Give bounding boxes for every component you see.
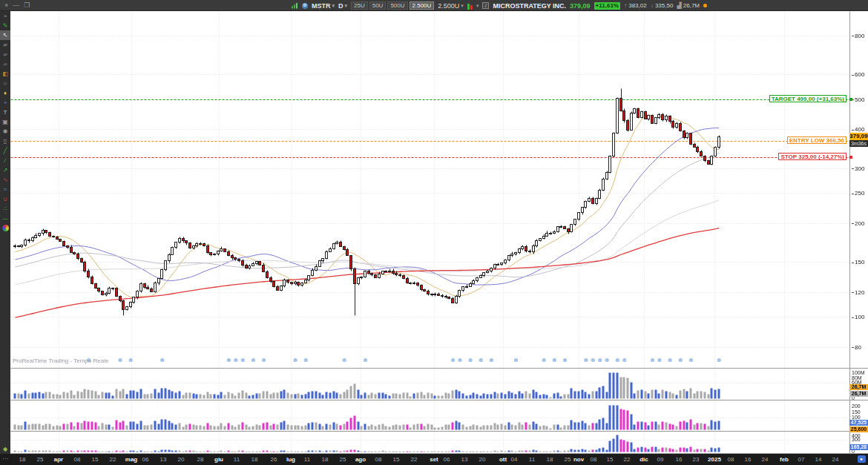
close-window-button[interactable]: × — [4, 1, 8, 9]
last-price: 379,09 — [570, 2, 591, 10]
stop-level-label[interactable]: STOP 325,00 (-14,27%) — [778, 153, 846, 160]
price-axis-tick: 800 — [852, 33, 864, 39]
eraser-icon[interactable]: ▰ — [0, 40, 10, 50]
day-high: ↑ 383,02 — [624, 2, 647, 9]
time-axis-tick: 25 — [565, 456, 571, 463]
unit-button-500U[interactable]: 500U — [387, 1, 407, 10]
time-axis-month-tick: apr — [54, 456, 63, 463]
day-volume: ▟ 26,7M — [677, 2, 700, 9]
duplicate-icon[interactable]: ▣ — [0, 117, 10, 127]
unit-dropdown-value: 2.500U — [438, 2, 459, 10]
price-axis-tick: 600 — [852, 71, 864, 78]
time-axis-month-tick: lug — [286, 456, 295, 463]
volume-value-badge: 26,7M — [849, 391, 868, 397]
timeframe-dropdown[interactable]: D ▾ — [338, 2, 347, 10]
time-axis-month-tick: feb — [780, 456, 789, 463]
time-axis-tick: 18 — [19, 456, 26, 463]
minimize-window-button[interactable]: — — [13, 1, 19, 9]
price-axis-tick: 200 — [852, 220, 864, 227]
close-tool-icon[interactable]: × — [0, 11, 10, 21]
time-axis-tick: 15 — [393, 456, 400, 463]
indicator-2-axis-tick: 150 — [852, 409, 861, 415]
entry-level-label[interactable]: ENTRY LOW 366,50 — [787, 136, 846, 144]
unit-dropdown[interactable]: 2.500U ▾ — [438, 2, 464, 10]
down-arrow-icon: ↓ — [651, 2, 654, 9]
time-axis-tick: 08 — [375, 456, 382, 463]
indicator-icon[interactable]: ∿ — [0, 175, 10, 185]
price-axis-tick: 100 — [852, 314, 864, 320]
symbol-label: MSTR — [312, 2, 331, 10]
time-axis-tick: 06 — [444, 456, 450, 463]
pattern-icon[interactable]: ≈ — [0, 185, 10, 194]
unit-button-25U[interactable]: 25U — [351, 1, 368, 10]
time-axis-month-tick: 2025 — [708, 456, 721, 463]
settings-gears-icon[interactable]: ✱ — [0, 127, 10, 136]
time-axis[interactable]: 1825apr081522mag06132028giu111826lug1118… — [10, 454, 868, 465]
more-options-button[interactable]: ⋯ — [0, 454, 10, 465]
trendline-icon[interactable]: ╱ — [0, 146, 10, 156]
chart-style-dropdown[interactable]: ▾ — [476, 3, 479, 9]
unit-button-2500U[interactable]: 2.500U — [410, 1, 435, 10]
time-axis-tick: 16 — [745, 456, 752, 463]
market-status-dot — [703, 4, 707, 7]
paint-bucket-icon[interactable]: ◧ — [0, 69, 10, 79]
time-axis-tick: 08 — [728, 456, 734, 463]
go-to-realtime-button[interactable]: ▸ — [858, 455, 866, 463]
time-axis-tick: 13 — [461, 456, 468, 463]
indicator-2-value-badge: 25,600 — [849, 426, 868, 432]
time-axis-month-tick: ago — [355, 456, 366, 463]
chart-region: ProRealTime Trading - Tempo Reale 800600… — [10, 11, 868, 454]
time-axis-tick: 28 — [197, 456, 204, 463]
color-wheel-icon[interactable] — [0, 223, 10, 233]
time-axis-tick: 07 — [798, 456, 805, 463]
time-axis-tick: 08 — [591, 456, 597, 463]
trash-icon[interactable]: ▯ — [0, 136, 10, 146]
arrow-tool-icon[interactable]: ↗ — [0, 165, 10, 175]
magnet-icon[interactable]: ∪ — [0, 194, 10, 204]
time-axis-tick: 22 — [624, 456, 631, 463]
stop-axis-mark — [849, 156, 852, 159]
time-axis-tick: 11 — [304, 456, 310, 463]
target-level-label[interactable]: TARGET 499,00 (+31,63%) — [769, 95, 846, 102]
price-chart-canvas[interactable] — [10, 11, 868, 454]
molecule-icon[interactable]: ∴ — [0, 204, 10, 214]
price-axis-tick: 500 — [852, 96, 864, 103]
time-axis-tick: 13 — [160, 456, 167, 463]
hline-icon[interactable]: ― — [0, 214, 10, 223]
alert-bell-icon[interactable]: ♦ — [0, 88, 10, 98]
zoom-tool-icon[interactable]: ○ — [0, 79, 10, 88]
marker-icon[interactable]: ▰ — [0, 59, 10, 69]
price-axis-tick: 80 — [852, 344, 861, 351]
instrument-name: MICROSTRATEGY INC. — [493, 2, 566, 10]
time-axis-tick: 06 — [142, 456, 149, 463]
move-tool-icon[interactable]: + — [0, 98, 10, 108]
time-axis-tick: 24 — [832, 456, 839, 463]
brush-icon[interactable]: ▰ — [0, 50, 10, 59]
cursor-icon[interactable]: ↖ — [0, 30, 10, 40]
restore-window-button[interactable]: ❐ — [24, 1, 30, 9]
time-axis-month-tick: dic — [640, 456, 648, 463]
info-icon[interactable]: i — [482, 2, 489, 9]
day-low: ↓ 335,50 — [651, 2, 674, 9]
time-axis-tick: 15 — [607, 456, 614, 463]
time-axis-tick: 11 — [234, 456, 240, 463]
account-avatar[interactable] — [302, 3, 308, 9]
assistant-icon[interactable]: ◆ — [0, 444, 10, 454]
time-axis-month-tick: mag — [125, 456, 137, 463]
time-axis-month-tick: ott — [499, 456, 507, 463]
drawing-toolbar: ×✎↖▰▰▰◧○♦+T▣✱▯╱∕↗∿≈∪∴―◆ — [0, 11, 10, 454]
volume-bars-icon: ▟ — [677, 2, 681, 9]
draw-mode-icon[interactable]: ✎ — [0, 21, 10, 30]
time-axis-month-tick: nov — [573, 456, 584, 463]
unit-button-50U[interactable]: 50U — [369, 1, 387, 10]
current-price-tag: 379,09 — [849, 133, 868, 140]
time-axis-tick: 11 — [529, 456, 535, 463]
time-axis-tick: 16 — [676, 456, 683, 463]
indicator-2-axis-tick: 200 — [852, 403, 861, 409]
chart-style-icon[interactable] — [467, 2, 473, 10]
titlebar: ×—❐ MSTR ▾ D ▾ 25U50U500U2.500U 2.500U ▾… — [0, 0, 868, 11]
segment-icon[interactable]: ∕ — [0, 156, 10, 165]
text-tool-icon[interactable]: T — [0, 108, 10, 117]
symbol-dropdown[interactable]: MSTR ▾ — [312, 2, 335, 10]
chevron-down-icon: ▾ — [332, 3, 335, 9]
